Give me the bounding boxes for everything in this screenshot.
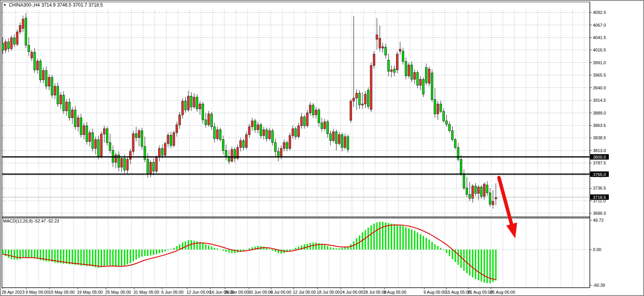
- macd-bar: [414, 231, 415, 250]
- macd-bar: [246, 250, 247, 250]
- bull-candle: [420, 79, 422, 85]
- date-label: 15 Aug 05:00: [446, 290, 471, 294]
- macd-bar: [115, 250, 117, 267]
- macd-bar: [2, 250, 3, 254]
- bear-candle: [388, 60, 389, 71]
- bull-candle: [150, 162, 152, 174]
- bear-candle: [411, 65, 413, 79]
- bear-candle: [327, 122, 329, 134]
- bear-candle: [260, 125, 262, 135]
- bull-candle: [188, 96, 190, 110]
- bull-candle: [306, 113, 308, 126]
- macd-bar: [350, 244, 352, 250]
- bear-candle: [97, 140, 99, 156]
- macd-bar: [460, 250, 462, 268]
- macd-bar: [98, 250, 99, 268]
- bear-candle: [106, 129, 108, 143]
- macd-bar: [80, 250, 82, 265]
- time-axis[interactable]: 28 Apr 20239 May 05:0015 May 05:0019 May…: [2, 288, 515, 295]
- bear-candle: [124, 158, 126, 170]
- bear-candle: [321, 123, 323, 128]
- macd-bar: [365, 230, 366, 250]
- price-tick-label: 3787.5: [593, 161, 606, 165]
- bear-candle: [266, 130, 268, 139]
- macd-bar: [367, 228, 369, 250]
- macd-bar: [379, 222, 381, 250]
- bear-candle: [489, 193, 491, 204]
- price-axis[interactable]: 4092.54067.04041.54016.53991.03965.53940…: [590, 10, 609, 287]
- bear-candle: [205, 120, 207, 125]
- bull-candle: [193, 97, 195, 107]
- bear-candle: [335, 132, 337, 144]
- bear-candle: [202, 104, 204, 120]
- macd-bar: [292, 249, 294, 250]
- date-label: 3 Aug 05:00: [384, 290, 407, 294]
- bear-candle: [434, 99, 436, 114]
- macd-bar: [228, 250, 230, 253]
- bull-candle: [292, 129, 294, 136]
- bull-candle: [399, 49, 401, 51]
- bull-candle: [167, 135, 169, 144]
- bull-candle: [370, 65, 372, 110]
- macd-name: MACD(12,26,9): [3, 219, 32, 223]
- macd-bar: [220, 250, 221, 250]
- bull-candle: [298, 126, 300, 137]
- macd-bar: [72, 250, 73, 264]
- macd-bar: [391, 224, 392, 250]
- macd-bar: [150, 250, 152, 255]
- bear-candle: [385, 47, 387, 55]
- macd-tick-label: 0.00: [593, 247, 601, 252]
- bull-candle: [126, 159, 128, 170]
- symbol-dropdown-icon[interactable]: ▼: [3, 3, 7, 7]
- macd-bar: [127, 250, 128, 264]
- bear-candle: [214, 127, 215, 139]
- bull-candle: [350, 101, 352, 120]
- date-label: 12 Jun 05:00: [186, 290, 211, 294]
- price-tick-label: 3914.5: [593, 98, 606, 103]
- macd-bar: [472, 250, 473, 277]
- bear-candle: [196, 97, 198, 109]
- bull-candle: [478, 187, 480, 193]
- bear-candle: [45, 70, 47, 86]
- bear-candle: [161, 149, 163, 156]
- bull-candle: [72, 110, 73, 118]
- bull-candle: [101, 134, 102, 156]
- macd-bar: [66, 250, 67, 264]
- bull-candle: [257, 125, 259, 130]
- macd-bar: [483, 250, 485, 282]
- bear-candle: [460, 159, 462, 174]
- bull-candle: [159, 149, 161, 157]
- bear-candle: [402, 51, 404, 62]
- bear-candle: [190, 96, 192, 107]
- bull-candle: [132, 133, 134, 151]
- bull-candle: [315, 110, 317, 115]
- macd-bar: [11, 250, 12, 259]
- bear-candle: [34, 52, 36, 70]
- price-badge-label: 3718.5: [593, 195, 606, 200]
- bull-candle: [121, 158, 123, 167]
- price-tick-label: 3686.0: [593, 211, 606, 216]
- date-label: 24 Jul 05:00: [340, 290, 363, 294]
- macd-bar: [333, 248, 334, 250]
- macd-signal-line: [3, 225, 496, 279]
- bull-candle: [240, 140, 242, 147]
- bear-candle: [74, 110, 76, 127]
- macd-bar: [304, 244, 305, 250]
- date-label: 28 Jul 05:00: [363, 290, 386, 294]
- bear-candle: [86, 126, 88, 142]
- bear-candle: [449, 124, 451, 131]
- macd-bar: [170, 249, 172, 250]
- bear-candle: [135, 133, 137, 137]
- macd-bar: [469, 250, 471, 275]
- macd-tick-label: -60.39: [593, 283, 605, 287]
- bull-candle: [89, 133, 91, 142]
- macd-bar: [222, 250, 224, 251]
- bear-candle: [463, 174, 465, 188]
- bull-candle: [263, 130, 265, 135]
- price-tick-label: 3813.0: [593, 148, 606, 153]
- bull-candle: [16, 32, 18, 44]
- price-chart-canvas[interactable]: 4092.54067.04041.54016.53991.03965.53940…: [1, 1, 644, 296]
- bull-candle: [472, 186, 474, 198]
- macd-bar: [164, 250, 166, 252]
- macd-bar: [130, 250, 131, 263]
